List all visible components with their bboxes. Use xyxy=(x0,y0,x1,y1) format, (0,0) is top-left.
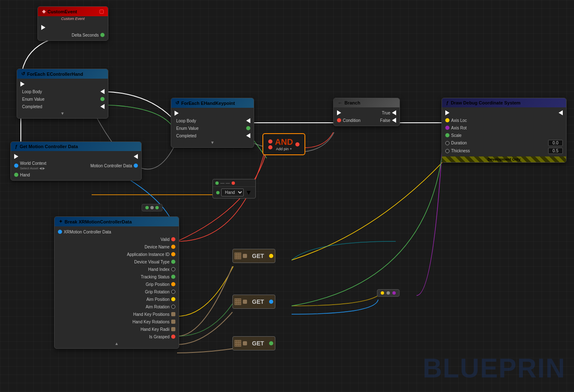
branch-condition-pin xyxy=(337,118,341,122)
and-title: AND xyxy=(275,137,293,147)
blueprint-watermark: BLUEPRIN xyxy=(423,353,566,384)
hand-dropdown-node: — — Hand ▼ xyxy=(212,179,256,198)
tracking-status-pin xyxy=(171,275,175,279)
feh-expand: ▼ xyxy=(171,139,254,146)
get3-label: GET xyxy=(249,338,267,348)
dev-only-bar: Development Only xyxy=(442,156,566,162)
device-visual-pin xyxy=(171,260,175,264)
break-xr-header: ✦ Break XRMotionControllerData xyxy=(55,217,179,226)
dd-duration-pin xyxy=(445,141,449,145)
get-motion-exec-row xyxy=(11,153,141,160)
device-name-row: Device Name xyxy=(55,243,179,251)
diamond-icon: ◆ xyxy=(42,9,45,14)
delta-seconds-row: Delta Seconds xyxy=(38,31,108,39)
exec-out-pin-row xyxy=(38,24,108,31)
foreach-controller-title: ForEach EControllerHand xyxy=(27,72,83,77)
sc1-left xyxy=(145,206,149,209)
small-connector-1 xyxy=(142,204,162,211)
get-motion-title: Get Motion Controller Data xyxy=(20,144,78,149)
enum-value-row: Enum Value xyxy=(17,95,108,103)
motion-data-pin xyxy=(134,164,138,168)
hand-key-pos-pin xyxy=(171,312,175,316)
get-grid-icon-3 xyxy=(235,340,241,347)
dd-scale-row: Scale xyxy=(442,131,566,139)
enum-value-pin xyxy=(100,97,105,101)
branch-header: ← Branch xyxy=(334,98,399,107)
expand-arrow: ▼ xyxy=(17,110,108,117)
duration-input[interactable] xyxy=(548,140,563,146)
world-context-pin xyxy=(14,164,18,168)
dd-thickness-pin xyxy=(445,149,449,153)
break-icon: ✦ xyxy=(59,219,62,224)
dd-thickness-row: Thickness xyxy=(442,147,566,155)
is-grasped-row: Is Grasped xyxy=(55,333,179,340)
valid-row: Valid xyxy=(55,236,179,243)
app-instance-row: Application Instance ID xyxy=(55,251,179,258)
get-grid-icon-2 xyxy=(235,298,241,305)
arc-right-pin xyxy=(392,291,396,295)
refresh-icon: ↺ xyxy=(21,71,25,77)
xr-data-pin xyxy=(58,230,62,234)
app-instance-pin xyxy=(171,252,175,256)
get-node-1: GET xyxy=(232,249,275,263)
loop-body-pin xyxy=(100,89,105,94)
feh-loop-body-row: Loop Body xyxy=(171,117,254,124)
custom-event-header: ◆ CustomEvent xyxy=(38,7,108,16)
grip-rot-pin xyxy=(171,290,175,294)
hand-key-pos-row: Hand Key Positions xyxy=(55,310,179,318)
get-motion-header: ƒ Get Motion Controller Data xyxy=(11,142,141,151)
arc-left-pin xyxy=(381,291,384,295)
thickness-input[interactable] xyxy=(548,148,563,154)
refresh2-icon: ↺ xyxy=(175,100,179,106)
exec-in-row xyxy=(17,80,108,88)
device-visual-row: Device Visual Type xyxy=(55,258,179,265)
foreach-handkey-title: ForEach EHandKeypoint xyxy=(181,101,235,106)
branch-false-pin xyxy=(392,118,396,123)
aim-rot-pin xyxy=(171,305,175,309)
hand-select[interactable]: Hand xyxy=(221,189,244,196)
aim-rot-row: Aim Rotation xyxy=(55,303,179,310)
function-icon: ƒ xyxy=(15,144,17,149)
branch-exec-in xyxy=(337,110,341,115)
and-in2-pin xyxy=(268,145,272,149)
dropdown-in-pin xyxy=(216,191,220,194)
get1-in-pin xyxy=(243,254,247,258)
dd-axis-rot-row: Axis Rot xyxy=(442,124,566,131)
device-name-pin xyxy=(171,245,175,249)
loop-body-row: Loop Body xyxy=(17,88,108,95)
is-grasped-pin xyxy=(171,335,175,339)
completed-pin xyxy=(100,104,105,109)
get-motion-exec-in xyxy=(14,154,18,159)
foreach-handkey-header: ↺ ForEach EHandKeypoint xyxy=(171,98,254,108)
hand-key-rot-pin xyxy=(171,320,175,324)
grip-pos-row: Grip Position xyxy=(55,280,179,288)
dd-axis-loc-row: Axis Loc xyxy=(442,117,566,124)
feh-completed-pin xyxy=(246,133,250,138)
xr-data-row: XRMotion Controller Data xyxy=(55,228,179,236)
break-xr-node: ✦ Break XRMotionControllerData XRMotion … xyxy=(54,216,179,349)
feh-loop-body-pin xyxy=(246,118,250,123)
and-subtitle: Add pin + xyxy=(275,147,293,151)
get2-out-pin xyxy=(269,300,273,304)
feh-enum-pin xyxy=(246,126,250,130)
feh-exec-row xyxy=(171,109,254,117)
hand-pin xyxy=(14,173,18,177)
tracking-status-row: Tracking Status xyxy=(55,273,179,280)
feh-enum-row: Enum Value xyxy=(171,124,254,132)
branch-node: ← Branch True Condition False xyxy=(333,98,400,126)
axis-rot-connector xyxy=(377,289,399,297)
sc1-right xyxy=(155,206,159,209)
exec-in-pin xyxy=(20,82,25,87)
and-in1-pin xyxy=(268,139,272,144)
get3-in-pin xyxy=(243,341,247,345)
branch-exec-row: True xyxy=(334,109,399,117)
exec-out-pin xyxy=(41,25,45,30)
break-expand: ▲ xyxy=(55,340,179,347)
hand-row: Hand xyxy=(11,171,141,179)
hand-index-pin xyxy=(171,267,175,271)
dropdown-right-pin xyxy=(232,181,235,185)
draw-debug-node: ƒ Draw Debug Coordinate System Axis Loc … xyxy=(442,98,567,163)
foreach-controller-node: ↺ ForEach EControllerHand Loop Body Enum… xyxy=(17,69,108,119)
feh-exec-in xyxy=(175,111,179,116)
dd-exec-out xyxy=(559,110,563,115)
